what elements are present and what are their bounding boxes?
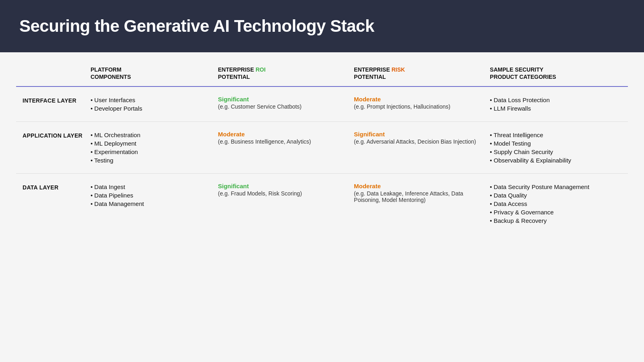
table-row: INTERFACE LAYERUser InterfacesDeveloper … <box>16 86 628 122</box>
main-content: PLATFORM COMPONENTS ENTERPRISE ROIPOTENT… <box>0 52 644 362</box>
roi-detail: (e.g. Customer Service Chatbots) <box>218 103 341 110</box>
risk-detail: (e.g. Adversarial Attacks, Decision Bias… <box>354 138 477 145</box>
roi-cell: Moderate(e.g. Business Intelligence, Ana… <box>212 122 348 174</box>
list-item: Threat Intelligence <box>490 131 621 139</box>
list-item: ML Deployment <box>91 139 205 148</box>
list-item: Data Access <box>490 200 621 208</box>
layer-label-cell: APPLICATION LAYER <box>16 122 84 174</box>
roi-level: Significant <box>218 183 341 189</box>
risk-level: Moderate <box>354 96 477 103</box>
main-table: PLATFORM COMPONENTS ENTERPRISE ROIPOTENT… <box>16 60 628 234</box>
table-row: DATA LAYERData IngestData PipelinesData … <box>16 174 628 234</box>
list-item: Experimentation <box>91 148 205 156</box>
list-item: Data Ingest <box>91 183 205 191</box>
list-item: LLM Firewalls <box>490 104 621 113</box>
page-header: Securing the Generative AI Technology St… <box>0 0 644 52</box>
list-item: Observability & Explainability <box>490 156 621 165</box>
security-cell: Threat IntelligenceModel TestingSupply C… <box>483 122 628 174</box>
list-item: Data Quality <box>490 191 621 200</box>
list-item: Developer Portals <box>91 104 205 113</box>
col-header-platform: PLATFORM COMPONENTS <box>84 60 212 86</box>
col-header-layer <box>16 60 84 86</box>
list-item: Backup & Recovery <box>490 216 621 225</box>
list-item: Model Testing <box>490 139 621 148</box>
list-item: Data Security Posture Management <box>490 183 621 191</box>
list-item: User Interfaces <box>91 96 205 104</box>
col-header-roi: ENTERPRISE ROIPOTENTIAL <box>212 60 348 86</box>
page-title: Securing the Generative AI Technology St… <box>19 16 374 36</box>
risk-detail: (e.g. Prompt Injections, Hallucinations) <box>354 103 477 110</box>
table-row: APPLICATION LAYERML OrchestrationML Depl… <box>16 122 628 174</box>
roi-detail: (e.g. Business Intelligence, Analytics) <box>218 138 341 145</box>
security-cell: Data Loss ProtectionLLM Firewalls <box>483 86 628 122</box>
risk-detail: (e.g. Data Leakage, Inference Attacks, D… <box>354 190 477 203</box>
roi-cell: Significant(e.g. Customer Service Chatbo… <box>212 86 348 122</box>
list-item: Data Loss Protection <box>490 96 621 104</box>
security-cell: Data Security Posture ManagementData Qua… <box>483 174 628 234</box>
roi-cell: Significant(e.g. Fraud Models, Risk Scor… <box>212 174 348 234</box>
roi-level: Significant <box>218 96 341 103</box>
risk-level: Significant <box>354 131 477 138</box>
list-item: Data Pipelines <box>91 191 205 200</box>
list-item: Data Management <box>91 200 205 208</box>
list-item: Testing <box>91 156 205 165</box>
platform-cell: ML OrchestrationML DeploymentExperimenta… <box>84 122 212 174</box>
col-header-risk: ENTERPRISE RISKPOTENTIAL <box>347 60 483 86</box>
list-item: ML Orchestration <box>91 131 205 139</box>
list-item: Supply Chain Security <box>490 148 621 156</box>
risk-cell: Significant(e.g. Adversarial Attacks, De… <box>347 122 483 174</box>
roi-detail: (e.g. Fraud Models, Risk Scoring) <box>218 190 341 197</box>
risk-cell: Moderate(e.g. Prompt Injections, Halluci… <box>347 86 483 122</box>
list-item: Privacy & Governance <box>490 208 621 216</box>
platform-cell: Data IngestData PipelinesData Management <box>84 174 212 234</box>
roi-level: Moderate <box>218 131 341 138</box>
risk-cell: Moderate(e.g. Data Leakage, Inference At… <box>347 174 483 234</box>
platform-cell: User InterfacesDeveloper Portals <box>84 86 212 122</box>
table-header-row: PLATFORM COMPONENTS ENTERPRISE ROIPOTENT… <box>16 60 628 86</box>
layer-label-cell: DATA LAYER <box>16 174 84 234</box>
col-header-security: SAMPLE SECURITY PRODUCT CATEGORIES <box>483 60 628 86</box>
layer-label-cell: INTERFACE LAYER <box>16 86 84 122</box>
risk-level: Moderate <box>354 183 477 189</box>
